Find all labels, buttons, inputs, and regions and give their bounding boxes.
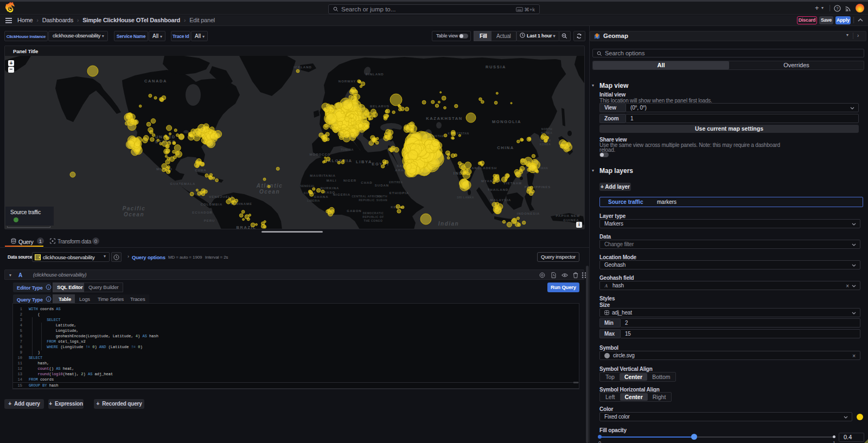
svg-text:COLOMBIA: COLOMBIA bbox=[201, 203, 223, 206]
svg-text:SUDAN: SUDAN bbox=[376, 198, 387, 202]
svg-text:PERU: PERU bbox=[204, 219, 215, 222]
svg-text:DEMOCRATIC: DEMOCRATIC bbox=[363, 211, 384, 215]
svg-text:VIETNAM: VIETNAM bbox=[503, 182, 522, 185]
svg-text:i: i bbox=[48, 285, 49, 289]
svg-text:Indian: Indian bbox=[438, 221, 459, 227]
svg-text:MALAYSIA: MALAYSIA bbox=[490, 198, 512, 202]
svg-text:GUATEMALA: GUATEMALA bbox=[170, 182, 196, 185]
svg-text:NORTH: NORTH bbox=[541, 127, 552, 131]
svg-text:SENEGAL: SENEGAL bbox=[300, 184, 315, 188]
svg-text:TUNISIA: TUNISIA bbox=[341, 148, 354, 151]
svg-text:NORWAY: NORWAY bbox=[339, 80, 356, 83]
svg-text:MOROCCO: MOROCCO bbox=[310, 153, 331, 156]
svg-text:SUDAN: SUDAN bbox=[375, 184, 389, 187]
svg-text:NIGER: NIGER bbox=[343, 179, 356, 182]
svg-text:Ocean: Ocean bbox=[124, 211, 144, 217]
svg-text:ICELAND: ICELAND bbox=[293, 66, 312, 69]
svg-text:BANGLADESH: BANGLADESH bbox=[469, 166, 497, 170]
svg-text:BURKINA: BURKINA bbox=[321, 187, 340, 190]
svg-text:GHANA: GHANA bbox=[314, 195, 329, 198]
svg-text:INDONESIA: INDONESIA bbox=[517, 212, 540, 215]
svg-text:PAPUA NEW: PAPUA NEW bbox=[556, 214, 580, 217]
svg-text:i: i bbox=[48, 297, 49, 301]
svg-text:ERITREA: ERITREA bbox=[389, 181, 403, 184]
svg-text:MONGOLIA: MONGOLIA bbox=[492, 119, 521, 124]
svg-text:THAILAND: THAILAND bbox=[488, 188, 509, 191]
svg-text:REPUBLIC: REPUBLIC bbox=[359, 198, 375, 202]
svg-text:CUBA: CUBA bbox=[195, 169, 206, 172]
svg-text:Ocean: Ocean bbox=[259, 189, 280, 195]
svg-text:CHAD: CHAD bbox=[361, 181, 372, 184]
svg-text:ETHIOPIA: ETHIOPIA bbox=[390, 191, 409, 195]
svg-text:CANADA: CANADA bbox=[144, 79, 167, 84]
svg-text:REPUBLIC OF: REPUBLIC OF bbox=[362, 215, 384, 219]
svg-text:BELARUS: BELARUS bbox=[370, 105, 390, 108]
svg-text:SOUTH: SOUTH bbox=[376, 195, 387, 198]
svg-text:SRI LANKA: SRI LANKA bbox=[457, 196, 474, 199]
svg-text:KOREA: KOREA bbox=[540, 143, 551, 146]
svg-text:MALI: MALI bbox=[327, 179, 337, 182]
svg-text:LIBYA: LIBYA bbox=[356, 159, 372, 164]
svg-text:FINLAND: FINLAND bbox=[366, 73, 384, 76]
svg-text:KAZAKHSTAN: KAZAKHSTAN bbox=[426, 116, 463, 121]
svg-text:A: A bbox=[604, 284, 608, 288]
svg-text:LIBERIA: LIBERIA bbox=[307, 199, 320, 202]
svg-text:ECUADOR: ECUADOR bbox=[192, 211, 212, 214]
svg-text:RUSSIA: RUSSIA bbox=[486, 65, 506, 69]
svg-text:MAURITANIA: MAURITANIA bbox=[310, 174, 336, 177]
svg-text:Pacific: Pacific bbox=[123, 206, 146, 211]
svg-text:?: ? bbox=[836, 6, 838, 11]
svg-text:GABON: GABON bbox=[347, 209, 361, 213]
svg-text:NIGERIA: NIGERIA bbox=[333, 193, 350, 196]
svg-text:CHINA: CHINA bbox=[497, 145, 514, 150]
svg-text:THE CONGO: THE CONGO bbox=[364, 219, 383, 222]
